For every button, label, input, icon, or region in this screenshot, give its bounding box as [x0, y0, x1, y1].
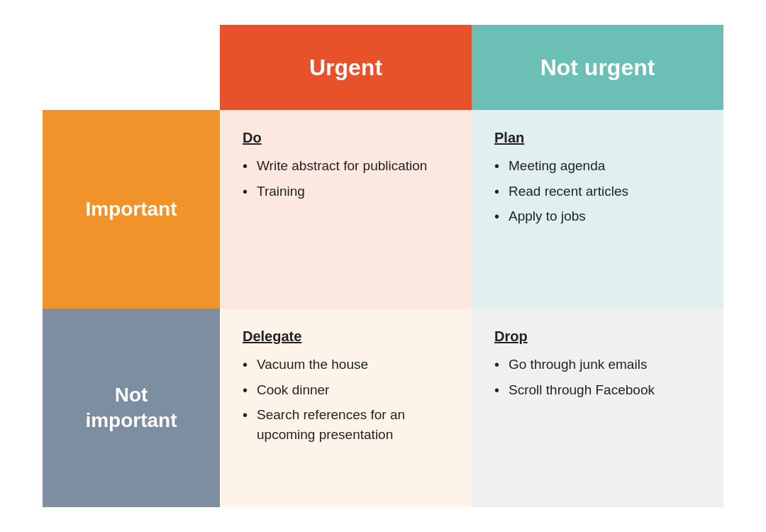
list-item: Meeting agenda [494, 156, 701, 176]
delegate-list: Vacuum the house Cook dinner Search refe… [243, 355, 449, 444]
empty-corner [43, 25, 220, 110]
plan-list: Meeting agenda Read recent articles Appl… [494, 156, 701, 226]
important-label: Important [85, 196, 177, 222]
not-important-row-header: Notimportant [43, 309, 220, 507]
do-list: Write abstract for publication Training [243, 156, 449, 201]
not-important-label: Notimportant [85, 382, 177, 434]
urgent-header: Urgent [220, 25, 472, 110]
list-item: Go through junk emails [494, 355, 701, 375]
list-item: Search references for an upcoming presen… [243, 405, 449, 444]
list-item: Read recent articles [494, 182, 701, 201]
drop-quadrant: Drop Go through junk emails Scroll throu… [472, 309, 723, 507]
eisenhower-matrix: Urgent Not urgent Important Do Write abs… [43, 25, 723, 507]
list-item: Vacuum the house [243, 355, 449, 375]
not-urgent-header: Not urgent [472, 25, 723, 110]
delegate-quadrant: Delegate Vacuum the house Cook dinner Se… [220, 309, 472, 507]
do-quadrant: Do Write abstract for publication Traini… [220, 110, 472, 309]
do-title: Do [243, 130, 449, 146]
list-item: Cook dinner [243, 380, 449, 400]
not-urgent-label: Not urgent [540, 55, 655, 81]
delegate-title: Delegate [243, 328, 449, 345]
drop-title: Drop [494, 328, 701, 345]
list-item: Apply to jobs [494, 206, 701, 226]
list-item: Write abstract for publication [243, 156, 449, 176]
list-item: Training [243, 182, 449, 201]
important-row-header: Important [43, 110, 220, 309]
list-item: Scroll through Facebook [494, 380, 701, 400]
drop-list: Go through junk emails Scroll through Fa… [494, 355, 701, 399]
plan-title: Plan [494, 130, 701, 146]
urgent-label: Urgent [309, 55, 382, 81]
plan-quadrant: Plan Meeting agenda Read recent articles… [472, 110, 723, 309]
